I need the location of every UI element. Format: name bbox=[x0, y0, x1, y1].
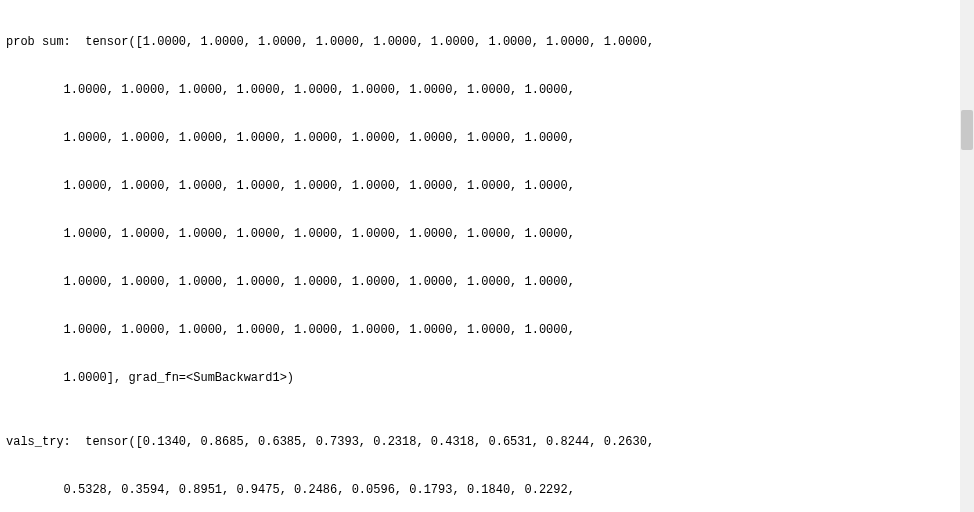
prob-sum-line-7: 1.0000], grad_fn=<SumBackward1>) bbox=[6, 370, 968, 386]
prob-sum-line-0: prob sum: tensor([1.0000, 1.0000, 1.0000… bbox=[6, 34, 968, 50]
vals-try-line-0: vals_try: tensor([0.1340, 0.8685, 0.6385… bbox=[6, 434, 968, 450]
prob-sum-line-1: 1.0000, 1.0000, 1.0000, 1.0000, 1.0000, … bbox=[6, 82, 968, 98]
prob-sum-line-5: 1.0000, 1.0000, 1.0000, 1.0000, 1.0000, … bbox=[6, 274, 968, 290]
vertical-scrollbar[interactable] bbox=[960, 0, 974, 512]
prob-sum-line-4: 1.0000, 1.0000, 1.0000, 1.0000, 1.0000, … bbox=[6, 226, 968, 242]
prob-sum-line-2: 1.0000, 1.0000, 1.0000, 1.0000, 1.0000, … bbox=[6, 130, 968, 146]
scrollbar-thumb[interactable] bbox=[961, 110, 973, 150]
vals-try-line-1: 0.5328, 0.3594, 0.8951, 0.9475, 0.2486, … bbox=[6, 482, 968, 498]
scrollbar-track-area[interactable] bbox=[960, 0, 974, 512]
prob-sum-line-3: 1.0000, 1.0000, 1.0000, 1.0000, 1.0000, … bbox=[6, 178, 968, 194]
prob-sum-line-6: 1.0000, 1.0000, 1.0000, 1.0000, 1.0000, … bbox=[6, 322, 968, 338]
console-output: prob sum: tensor([1.0000, 1.0000, 1.0000… bbox=[0, 0, 974, 512]
